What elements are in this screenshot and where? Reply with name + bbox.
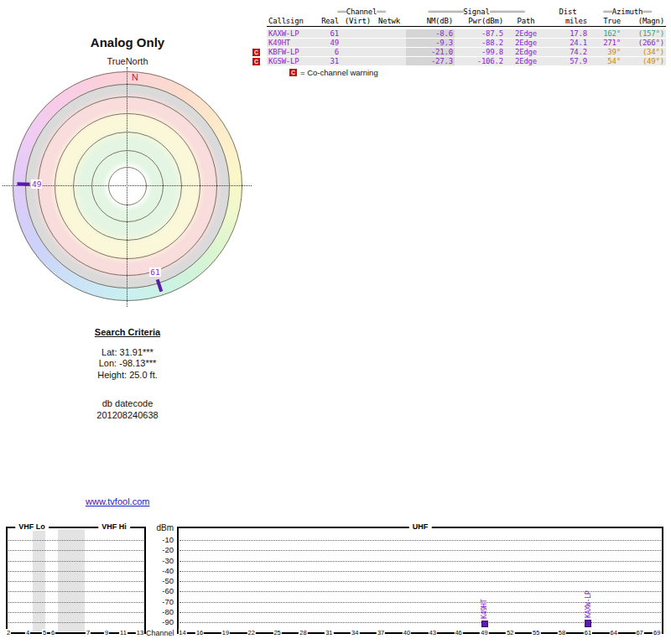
search-criteria-block: Search Criteria Lat: 31.91*** Lon: -98.1… (44, 327, 211, 381)
col-header-netwk: Netwk (372, 16, 406, 27)
radar-marker-tick (17, 183, 29, 186)
uhf-channel-tick: 52 (506, 629, 514, 636)
vhf-channel-tick: 7 (86, 629, 91, 636)
cell-callsign: KAXW-LP (267, 29, 317, 39)
col-header-miles: miles (547, 16, 589, 27)
cell-magn: (266°) (622, 39, 666, 48)
crosshair-vertical (127, 67, 127, 307)
col-header-nmdb: NM(dB) (406, 16, 455, 27)
gridline (179, 571, 661, 572)
gridline (179, 540, 661, 541)
band-label-vhf-hi: VHF Hi (98, 522, 130, 531)
tvfool-link[interactable]: www.tvfool.com (86, 496, 149, 506)
cell-nm: -9.3 (406, 39, 455, 48)
col-header-true: True (589, 16, 622, 27)
latitude-value: Lat: 31.91*** (44, 347, 211, 359)
signal-bar-k49ht (481, 621, 488, 627)
ytick-label: -90 (147, 618, 174, 626)
uhf-channel-tick: 40 (403, 629, 411, 636)
gridline (8, 581, 143, 582)
group-header-dist: Dist (547, 8, 589, 16)
cell-real: 49 (317, 39, 341, 48)
cell-magn: (49°) (622, 57, 666, 66)
cell-true: 162° (589, 29, 622, 39)
uhf-channel-tick: 67 (635, 629, 643, 636)
cell-path: 2Edge (505, 39, 547, 48)
gridline (8, 591, 143, 592)
signal-bar-kaxw-lp (585, 620, 591, 627)
uhf-channel-tick: 64 (610, 629, 618, 636)
north-n-label: N (132, 72, 138, 82)
uhf-channel-tick: 31 (325, 629, 333, 636)
co-channel-legend-icon: C (289, 69, 297, 76)
table-group-header-row: ══Channel══ ════════Signal════════ Dist … (267, 8, 666, 16)
vhf-channel-tick: 6 (50, 629, 55, 636)
gridline (8, 561, 143, 562)
uhf-channel-tick: 43 (429, 629, 437, 636)
uhf-channel-tick: 69 (653, 629, 661, 636)
vhf-channel-tick: 5 (42, 629, 47, 636)
longitude-value: Lon: -98.13*** (44, 358, 211, 370)
group-header-azimuth: ══Azimuth══ (589, 8, 666, 16)
station-table: ══Channel══ ════════Signal════════ Dist … (267, 8, 666, 66)
radar-title: Analog Only (0, 35, 255, 49)
uhf-channel-tick: 19 (221, 629, 230, 636)
gridline (8, 550, 143, 551)
cell-virt (341, 57, 372, 66)
cell-magn: (157°) (622, 29, 666, 39)
signal-bar-label: K49HT (480, 582, 488, 619)
cell-pwr: -106.2 (455, 57, 505, 66)
cell-path: 2Edge (505, 29, 547, 39)
table-row: K49HT49-9.3-88.22Edge24.1271°(266°) (267, 39, 666, 48)
cell-real: 6 (317, 48, 341, 57)
datecode-value: 201208240638 (44, 410, 211, 422)
uhf-channel-tick: 14 (178, 629, 186, 636)
table-row: KGSW-LP31-27.3-106.22Edge57.954°(49°) (267, 57, 666, 66)
radar-marker-label: 61 (149, 267, 160, 277)
ytick-label: -20 (147, 546, 174, 554)
cell-magn: (34°) (622, 48, 666, 57)
uhf-channel-tick: 46 (454, 629, 462, 636)
signal-bar-label: KAXW-LP (584, 581, 592, 618)
group-header-signal: ════════Signal════════ (406, 8, 547, 16)
vhf-channel-tick: 9 (104, 629, 109, 636)
gridline (179, 550, 661, 551)
cell-callsign: KGSW-LP (267, 57, 317, 66)
cell-pwr: -87.5 (455, 29, 505, 39)
uhf-channel-tick: 25 (273, 629, 281, 636)
true-north-label: TrueNorth (0, 56, 255, 66)
cell-path: 2Edge (505, 48, 547, 57)
cell-path: 2Edge (505, 57, 547, 66)
ytick-label: -60 (147, 587, 174, 595)
band-label-uhf: UHF (409, 522, 432, 531)
vhf-channel-tick: 13 (136, 629, 144, 636)
cell-pwr: -99.8 (455, 48, 505, 57)
uhf-channel-tick: 28 (299, 629, 307, 636)
cell-callsign: KBFW-LP (267, 48, 317, 57)
col-header-callsign: Callsign (267, 16, 317, 27)
cell-virt (341, 48, 372, 57)
ytick-label: -50 (147, 577, 174, 585)
band-label-vhf-lo: VHF Lo (15, 522, 49, 531)
group-header-channel: ══Channel══ (317, 8, 406, 16)
cell-nm: -21.0 (406, 48, 455, 57)
gridline (8, 540, 143, 541)
col-header-path: Path (505, 16, 547, 27)
vhf-channel-tick: 4 (25, 629, 30, 636)
cell-pwr: -88.2 (455, 39, 505, 48)
search-criteria-heading: Search Criteria (44, 327, 211, 339)
table-row: KBFW-LP6-21.0-99.82Edge74.239°(34°) (267, 48, 666, 57)
vhf-chart-panel (6, 527, 146, 634)
co-channel-legend-text: = Co-channel warning (300, 68, 378, 77)
gridline (8, 571, 143, 572)
col-header-virt: (Virt) (341, 16, 372, 27)
radar-marker-label: 49 (31, 179, 42, 189)
gridline (8, 622, 143, 623)
cell-miles: 57.9 (547, 57, 589, 66)
height-value: Height: 25.0 ft. (44, 370, 211, 382)
gridline (8, 612, 143, 613)
cell-netwk (372, 29, 406, 39)
col-header-magn: (Magn) (622, 16, 666, 27)
cell-true: 271° (589, 39, 622, 48)
spectrum-gap-band (33, 529, 45, 631)
